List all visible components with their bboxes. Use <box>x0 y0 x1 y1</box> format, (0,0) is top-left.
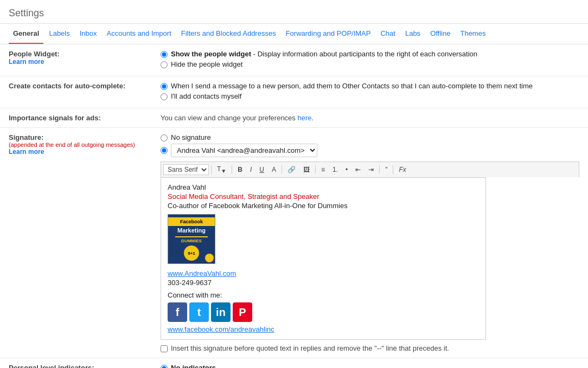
tab-chat[interactable]: Chat <box>376 24 399 44</box>
auto-add-radio[interactable] <box>161 83 168 90</box>
tab-accounts[interactable]: Accounts and Import <box>103 24 176 44</box>
settings-content: People Widget: Learn more Show the peopl… <box>0 44 588 368</box>
bold-button[interactable]: B <box>234 164 246 175</box>
sig-name: Andrea Vahl <box>168 183 479 191</box>
pinterest-icon[interactable]: P <box>233 302 252 322</box>
personal-indicators-row: Personal level indicators: No indicators… <box>0 358 588 368</box>
sig-connect-text: Connect with me: <box>168 291 479 299</box>
tab-general[interactable]: General <box>9 24 43 44</box>
sig-title: Social Media Consultant, Strategist and … <box>168 192 479 201</box>
toolbar-sep-4 <box>315 165 316 174</box>
toolbar-sep-5 <box>379 165 380 174</box>
book-divider <box>175 236 208 237</box>
personal-indicators-options: No indicators Show indicators - Display … <box>152 358 588 368</box>
book-subtitle: DUMMIES <box>181 238 202 243</box>
remove-format-button[interactable]: Fx <box>395 164 409 175</box>
sig-coauthor: Co-author of Facebook Marketing All-in-O… <box>168 202 479 210</box>
show-widget-label[interactable]: Show the people widget - Display informa… <box>171 50 477 58</box>
signature-learn-more[interactable]: Learn more <box>9 148 143 156</box>
signature-radio[interactable] <box>161 147 168 154</box>
auto-add-label[interactable]: When I send a message to a new person, a… <box>171 82 533 90</box>
signature-value-cell: No signature Andrea Vahl <andrea@andreav… <box>152 128 588 358</box>
hide-widget-row: Hide the people widget <box>161 60 579 68</box>
font-family-select[interactable]: Sans Serif <box>163 164 209 175</box>
book-title: Marketing <box>177 227 206 234</box>
show-widget-radio[interactable] <box>161 51 168 58</box>
signature-label-cell: Signature: (appended at the end of all o… <box>0 128 152 358</box>
linkedin-icon[interactable]: in <box>211 302 231 322</box>
tab-forwarding[interactable]: Forwarding and POP/IMAP <box>282 24 375 44</box>
show-widget-row: Show the people widget - Display informa… <box>161 50 579 58</box>
signature-before-quoted-checkbox[interactable] <box>161 345 168 352</box>
tab-themes[interactable]: Themes <box>456 24 490 44</box>
tab-inbox[interactable]: Inbox <box>75 24 101 44</box>
signature-checkbox-label[interactable]: Insert this signature before quoted text… <box>171 344 449 352</box>
tab-offline[interactable]: Offline <box>426 24 455 44</box>
sig-facebook-link[interactable]: www.facebook.com/andreavahlinc <box>168 325 274 333</box>
unordered-list-button[interactable]: • <box>342 164 351 175</box>
tab-labels[interactable]: Labels <box>44 24 74 44</box>
toolbar-sep-6 <box>393 165 393 174</box>
people-widget-options: Show the people widget - Display informa… <box>152 44 588 76</box>
text-color-button[interactable]: A <box>269 164 279 175</box>
toolbar-sep-2 <box>232 165 232 174</box>
underline-button[interactable]: U <box>256 164 267 175</box>
hide-widget-radio[interactable] <box>161 61 168 68</box>
tab-labs[interactable]: Labs <box>401 24 425 44</box>
social-icons-row: f t in P <box>168 302 479 322</box>
no-signature-row: No signature <box>161 133 579 141</box>
importance-here-link[interactable]: here <box>297 114 311 122</box>
image-button[interactable]: 🖼 <box>300 164 313 175</box>
create-contacts-label: Create contacts for auto-complete: <box>0 76 152 108</box>
outdent-button[interactable]: ⇤ <box>352 164 364 175</box>
importance-signals-value: You can view and change your preferences… <box>152 108 588 128</box>
signature-editor[interactable]: Andrea Vahl Social Media Consultant, Str… <box>161 177 486 340</box>
book-figure: 9+1 <box>184 246 199 261</box>
signature-row: Signature: (appended at the end of all o… <box>0 128 588 358</box>
toolbar-sep-3 <box>282 165 282 174</box>
facebook-icon[interactable]: f <box>168 302 187 322</box>
signature-email-dropdown[interactable]: Andrea Vahl <andrea@andreavahl.com> <box>171 144 317 157</box>
sig-phone: 303-249-9637 <box>168 279 479 287</box>
settings-page: Settings General Labels Inbox Accounts a… <box>0 0 588 368</box>
people-widget-row: People Widget: Learn more Show the peopl… <box>0 44 588 76</box>
create-contacts-options: When I send a message to a new person, a… <box>152 76 588 108</box>
signature-checkbox-row: Insert this signature before quoted text… <box>161 344 579 352</box>
manual-add-radio[interactable] <box>161 93 168 100</box>
book-badge: 9+1 <box>184 246 199 261</box>
indent-button[interactable]: ⇥ <box>365 164 377 175</box>
tabs-bar: General Labels Inbox Accounts and Import… <box>0 24 588 44</box>
book-image-container: Facebook Marketing DUMMIES 9+1 <box>168 214 479 264</box>
sig-website-link[interactable]: www.AndreaVahl.com <box>168 269 479 277</box>
importance-signals-label: Importance signals for ads: <box>0 108 152 128</box>
auto-add-row: When I send a message to a new person, a… <box>161 82 579 90</box>
tab-filters[interactable]: Filters and Blocked Addresses <box>177 24 280 44</box>
ordered-list-button[interactable]: 1. <box>329 164 341 175</box>
no-indicators-row: No indicators <box>161 364 579 368</box>
twitter-icon[interactable]: t <box>189 302 209 322</box>
signature-select-row: Andrea Vahl <andrea@andreavahl.com> <box>161 144 579 157</box>
no-signature-radio[interactable] <box>161 134 168 141</box>
hide-widget-label[interactable]: Hide the people widget <box>171 60 242 68</box>
importance-signals-row: Importance signals for ads: You can view… <box>0 108 588 128</box>
book-yellow-bar: Facebook <box>168 217 215 226</box>
people-widget-label: People Widget: Learn more <box>0 44 152 76</box>
book-cover-image: Facebook Marketing DUMMIES 9+1 <box>168 214 215 264</box>
people-widget-learn-more[interactable]: Learn more <box>9 58 143 66</box>
quote-button[interactable]: " <box>382 164 391 175</box>
manual-add-row: I'll add contacts myself <box>161 92 579 100</box>
no-indicators-radio[interactable] <box>161 365 168 368</box>
personal-indicators-label: Personal level indicators: <box>0 358 152 368</box>
create-contacts-row: Create contacts for auto-complete: When … <box>0 76 588 108</box>
toolbar-sep-1 <box>211 165 212 174</box>
signature-toolbar: Sans Serif T▼ B I U A 🔗 🖼 ≡ 1. • <box>161 162 579 177</box>
no-signature-label[interactable]: No signature <box>171 133 211 141</box>
manual-add-label[interactable]: I'll add contacts myself <box>171 92 241 100</box>
no-indicators-label[interactable]: No indicators <box>171 364 216 368</box>
italic-button[interactable]: I <box>247 164 255 175</box>
link-button[interactable]: 🔗 <box>284 164 299 175</box>
book-accent <box>205 254 214 262</box>
page-title: Settings <box>0 0 588 24</box>
align-button[interactable]: ≡ <box>318 164 328 175</box>
font-size-button[interactable]: T▼ <box>214 164 229 176</box>
